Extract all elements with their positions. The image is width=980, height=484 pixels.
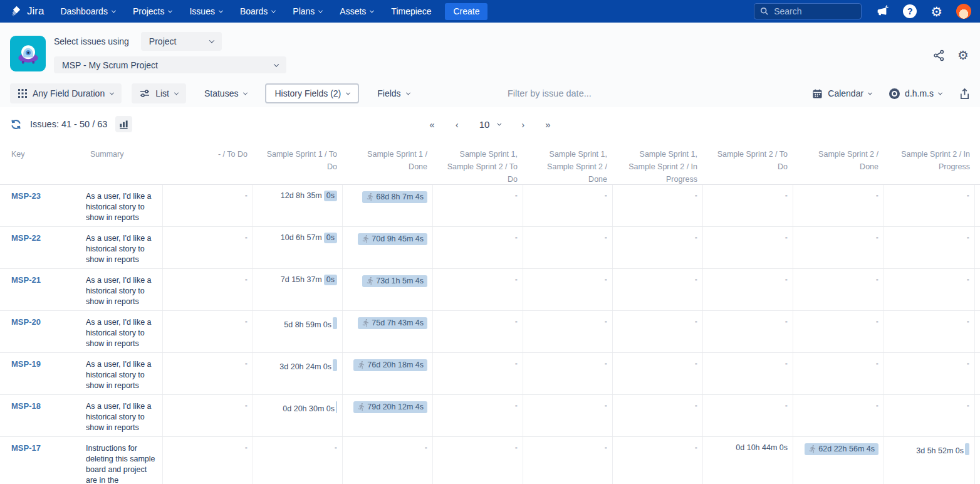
duration-cell: - bbox=[793, 185, 884, 226]
issues-count: Issues: 41 - 50 / 63 bbox=[30, 119, 107, 129]
view-mode-label: List bbox=[155, 88, 169, 98]
duration-cell: - bbox=[523, 437, 612, 484]
chevron-down-icon bbox=[112, 8, 116, 13]
issue-key-cell: MSP-17 bbox=[0, 437, 85, 484]
chevron-down-icon bbox=[168, 8, 172, 13]
share-icon[interactable] bbox=[933, 50, 945, 61]
runner-icon bbox=[357, 402, 366, 411]
issue-key-link[interactable]: MSP-19 bbox=[11, 359, 41, 369]
report-settings-icon[interactable]: ⚙ bbox=[957, 49, 969, 61]
duration-cell: 68d 8h 7m 4s bbox=[342, 185, 432, 226]
duration-cell: - bbox=[432, 269, 523, 310]
table-row: MSP-18As a user, I'd like a historical s… bbox=[0, 395, 980, 437]
duration-value: 70d 9h 45m 4s bbox=[372, 234, 424, 243]
page-size-select[interactable]: 10 bbox=[479, 119, 501, 130]
nav-menu: DashboardsProjectsIssuesBoardsPlansAsset… bbox=[60, 6, 431, 16]
duration-cell: - bbox=[432, 395, 523, 436]
create-button[interactable]: Create bbox=[445, 3, 487, 20]
chevron-down-icon bbox=[406, 90, 410, 95]
report-header: Select issues using Project MSP - My Scr… bbox=[0, 23, 980, 80]
issue-key-link[interactable]: MSP-22 bbox=[11, 233, 41, 243]
duration-cell: - bbox=[793, 269, 884, 310]
timepiece-app-icon bbox=[10, 36, 46, 71]
search-input[interactable]: Search bbox=[754, 3, 862, 19]
nav-item-assets[interactable]: Assets bbox=[340, 6, 373, 16]
statuses-button[interactable]: Statuses bbox=[196, 83, 255, 103]
last-page-button[interactable]: » bbox=[545, 119, 550, 130]
column-header: - / To Do bbox=[162, 148, 253, 184]
calendar-button[interactable]: Calendar bbox=[812, 88, 872, 99]
issue-key-link[interactable]: MSP-20 bbox=[11, 317, 41, 327]
duration-cell: - bbox=[702, 269, 793, 310]
view-mode-button[interactable]: List bbox=[132, 83, 186, 103]
announcements-icon[interactable] bbox=[875, 4, 889, 18]
export-icon[interactable] bbox=[959, 88, 970, 100]
duration-cell: - bbox=[612, 437, 702, 484]
select-issues-label: Select issues using bbox=[54, 36, 129, 46]
nav-item-dashboards[interactable]: Dashboards bbox=[60, 6, 115, 16]
duration-cell: - bbox=[702, 227, 793, 268]
nav-item-label: Plans bbox=[293, 6, 315, 16]
nav-item-projects[interactable]: Projects bbox=[133, 6, 172, 16]
fields-button[interactable]: Fields bbox=[369, 83, 417, 103]
duration-cell: 7d 15h 37m0s bbox=[253, 269, 342, 310]
page-size-value: 10 bbox=[479, 119, 490, 130]
issue-key-link[interactable]: MSP-18 bbox=[11, 401, 41, 411]
issue-source-select[interactable]: Project bbox=[141, 32, 222, 51]
duration-cell: - bbox=[253, 437, 342, 484]
ufo-icon bbox=[14, 40, 42, 68]
duration-value: 3d 20h 24m 0s bbox=[279, 362, 331, 371]
duration-cell: - bbox=[612, 227, 702, 268]
column-header: Sample Sprint 1 / Done bbox=[342, 148, 432, 184]
durations-table: KeySummary- / To DoSample Sprint 1 / To … bbox=[0, 141, 980, 484]
nav-item-label: Projects bbox=[133, 6, 165, 16]
duration-cell: - bbox=[612, 311, 702, 352]
duration-value: 75d 7h 43m 4s bbox=[372, 318, 424, 327]
duration-cell: - bbox=[612, 353, 702, 394]
nav-item-timepiece[interactable]: Timepiece bbox=[391, 6, 431, 16]
nav-item-plans[interactable]: Plans bbox=[293, 6, 322, 16]
table-body: MSP-23As a user, I'd like a historical s… bbox=[0, 185, 980, 484]
duration-cell: - bbox=[793, 227, 884, 268]
chart-view-button[interactable] bbox=[115, 116, 132, 132]
nav-item-issues[interactable]: Issues bbox=[189, 6, 222, 16]
user-avatar[interactable] bbox=[956, 4, 971, 19]
settings-icon[interactable]: ⚙ bbox=[930, 5, 942, 18]
duration-value: 62d 22h 56m 4s bbox=[818, 445, 875, 453]
duration-cell: - bbox=[162, 437, 253, 484]
report-type-button[interactable]: Any Field Duration bbox=[10, 83, 122, 103]
duration-cell: - bbox=[793, 353, 884, 394]
column-header: Sample Sprint 1, Sample Sprint 2 / Done bbox=[523, 148, 612, 184]
issue-key-link[interactable]: MSP-17 bbox=[11, 443, 41, 453]
history-fields-button[interactable]: History Fields (2) bbox=[265, 83, 359, 103]
jira-logo[interactable]: Jira bbox=[10, 5, 44, 18]
duration-cell: - bbox=[432, 311, 523, 352]
duration-cell: - bbox=[523, 227, 612, 268]
duration-highlight bbox=[333, 317, 337, 329]
issue-key-link[interactable]: MSP-23 bbox=[11, 191, 41, 201]
duration-cell: 10d 6h 57m0s bbox=[253, 227, 342, 268]
prev-page-button[interactable]: ‹ bbox=[456, 119, 459, 130]
issue-date-filter-input[interactable]: Filter by issue date... bbox=[508, 88, 592, 98]
refresh-icon[interactable] bbox=[10, 118, 22, 130]
next-page-button[interactable]: › bbox=[521, 119, 524, 130]
help-icon[interactable]: ? bbox=[903, 4, 917, 18]
chevron-down-icon bbox=[370, 8, 374, 13]
duration-cell: - bbox=[793, 311, 884, 352]
first-page-button[interactable]: « bbox=[429, 119, 434, 130]
nav-item-boards[interactable]: Boards bbox=[240, 6, 275, 16]
runner-icon bbox=[366, 276, 375, 285]
current-status-duration-chip: 76d 20h 18m 4s bbox=[353, 359, 427, 371]
duration-cell: - bbox=[702, 353, 793, 394]
table-row: MSP-23As a user, I'd like a historical s… bbox=[0, 185, 980, 227]
duration-cell: - bbox=[702, 185, 793, 226]
time-format-button[interactable]: d.h.m.s bbox=[889, 88, 942, 99]
duration-cell: - bbox=[523, 185, 612, 226]
sliders-icon bbox=[140, 89, 150, 98]
duration-cell: 3d 5h 52m 0s bbox=[884, 437, 975, 484]
nav-item-label: Dashboards bbox=[60, 6, 108, 16]
runner-icon bbox=[357, 360, 366, 369]
issue-key-link[interactable]: MSP-21 bbox=[11, 275, 41, 285]
project-select[interactable]: MSP - My Scrum Project bbox=[54, 56, 286, 73]
chevron-down-icon bbox=[174, 90, 179, 95]
